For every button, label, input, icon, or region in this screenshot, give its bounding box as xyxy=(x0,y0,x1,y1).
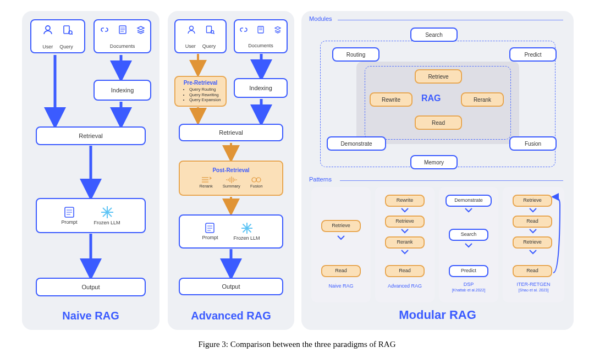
plab4: ITER-RETGEN xyxy=(503,282,564,287)
title-modular: Modular RAG xyxy=(301,308,574,322)
plab3: DSP xyxy=(439,282,498,287)
naive-retrieval: Retrieval xyxy=(36,126,146,145)
prompt-doc-icon xyxy=(63,206,75,219)
doc-icon xyxy=(119,25,127,34)
svg-line-33 xyxy=(213,33,215,34)
svg-point-48 xyxy=(256,178,261,182)
p4-retrieve2: Retrieve xyxy=(513,236,552,249)
chev-icon xyxy=(401,229,409,234)
naive-indexing: Indexing xyxy=(94,80,151,101)
fusion-icon xyxy=(251,176,261,184)
panel-modular: Modules Search Routing Predict Retrieve … xyxy=(301,11,574,330)
chev-icon xyxy=(401,250,409,255)
panel-naive: UserQuery Documents Indexing Retrieval P… xyxy=(22,11,160,330)
chev-icon xyxy=(337,235,345,241)
p4-read2: Read xyxy=(513,265,552,277)
mod-rag: RAG xyxy=(421,93,441,103)
title-naive: Naive RAG xyxy=(22,310,160,322)
summary-icon xyxy=(225,176,238,184)
user-icon xyxy=(187,25,196,34)
p4-retrieve1: Retrieve xyxy=(513,195,552,207)
mod-memory: Memory xyxy=(410,155,458,169)
mod-rerank: Rerank xyxy=(461,92,504,107)
p1-read: Read xyxy=(321,265,361,277)
chev-icon xyxy=(529,250,537,255)
plab1: Naive RAG xyxy=(311,283,371,289)
prompt-doc-icon xyxy=(205,222,216,234)
mod-routing: Routing xyxy=(332,47,380,62)
chev-icon xyxy=(465,208,472,213)
p1-retrieve: Retrieve xyxy=(321,220,361,232)
sec-patterns-rule xyxy=(340,180,563,181)
doc-icon xyxy=(257,26,264,34)
stack-icon xyxy=(274,26,282,34)
p2-read: Read xyxy=(385,265,425,277)
snowflake-icon xyxy=(100,205,114,219)
link-icon xyxy=(240,26,248,34)
mod-demonstrate: Demonstrate xyxy=(327,136,386,151)
plab2: Advanced RAG xyxy=(375,283,435,289)
p2-rewrite: Rewrite xyxy=(385,195,425,207)
adv-pre-retrieval: Pre-Retrieval Query Routing Query Rewrit… xyxy=(174,76,227,107)
label-documents: Documents xyxy=(110,44,135,49)
p4-read1: Read xyxy=(513,216,552,228)
title-advanced: Advanced RAG xyxy=(168,310,294,322)
mod-read: Read xyxy=(415,115,462,130)
chev-icon xyxy=(529,229,537,234)
figure-caption: Figure 3: Comparison between the three p… xyxy=(0,340,594,349)
naive-output: Output xyxy=(36,278,146,296)
chev-icon xyxy=(401,208,409,213)
sec-modules-rule xyxy=(338,20,563,20)
adv-retrieval: Retrieval xyxy=(179,124,283,141)
naive-user-query: UserQuery xyxy=(30,19,85,53)
plab4s: [Shao et al. 2023] xyxy=(503,288,564,292)
query-icon xyxy=(63,25,73,35)
naive-prompt-llm: Prompt Frozen LLM xyxy=(36,198,146,233)
mod-fusion: Fusion xyxy=(509,136,557,151)
sec-patterns: Patterns xyxy=(309,176,332,183)
snowflake-icon xyxy=(240,222,254,235)
p2-rerank: Rerank xyxy=(385,236,425,249)
stack-icon xyxy=(136,25,145,34)
adv-output: Output xyxy=(179,278,283,295)
query-icon xyxy=(206,25,215,34)
adv-user-query: UserQuery xyxy=(174,19,227,53)
svg-point-6 xyxy=(46,26,50,30)
mod-search: Search xyxy=(410,27,458,42)
plab3s: [Khattab et al.2022] xyxy=(439,288,498,292)
label-user: User xyxy=(42,45,53,50)
label-prompt: Prompt xyxy=(61,220,77,225)
p2-retrieve: Retrieve xyxy=(385,216,425,228)
panel-advanced: UserQuery Documents Pre-Retrieval Query … xyxy=(168,11,294,330)
adv-prompt-llm: Prompt Frozen LLM xyxy=(179,214,283,249)
svg-point-30 xyxy=(189,26,193,30)
p3-predict: Predict xyxy=(449,265,488,277)
label-query: Query xyxy=(59,45,73,50)
adv-documents: Documents xyxy=(234,19,288,53)
adv-indexing: Indexing xyxy=(234,78,288,98)
label-frozen: Frozen LLM xyxy=(94,220,120,226)
rerank-icon xyxy=(201,176,212,184)
mod-retrieve: Retrieve xyxy=(415,69,462,84)
mod-rewrite: Rewrite xyxy=(370,92,413,107)
adv-post-retrieval: Post-Retrieval Rerank Summary Fusion xyxy=(179,161,283,196)
svg-line-9 xyxy=(72,34,73,35)
chev-icon xyxy=(529,208,537,213)
p3-search: Search xyxy=(449,229,488,241)
svg-point-47 xyxy=(252,178,256,182)
p3-demonstrate: Demonstrate xyxy=(446,195,492,207)
mod-predict: Predict xyxy=(509,47,557,62)
chev-icon xyxy=(465,243,472,249)
user-icon xyxy=(43,25,53,35)
sec-modules: Modules xyxy=(309,15,332,22)
link-icon xyxy=(100,25,109,34)
naive-documents: Documents xyxy=(94,19,151,53)
